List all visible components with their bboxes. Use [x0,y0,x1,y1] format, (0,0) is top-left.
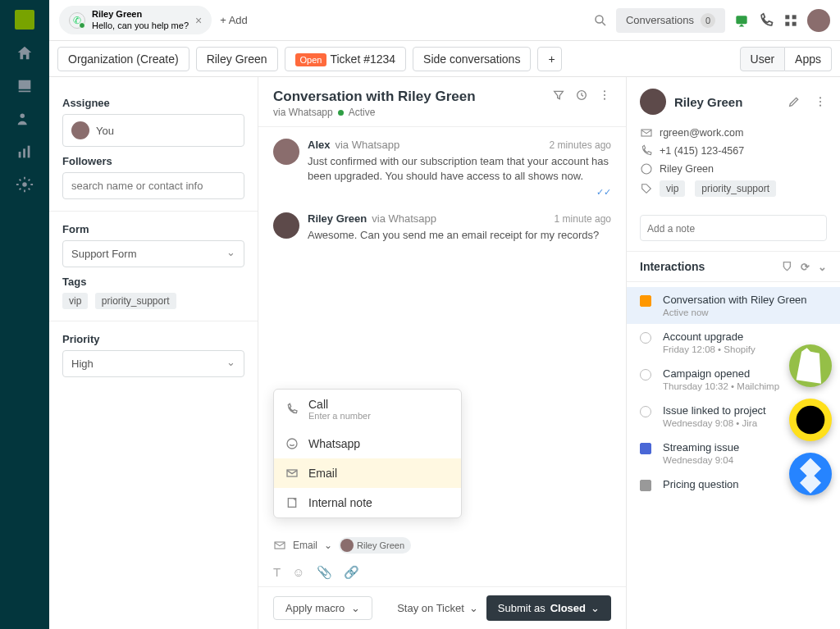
svg-rect-18 [275,542,285,549]
app-logo [15,10,34,30]
whatsapp-icon: ✆ [69,12,85,29]
chevron-down-icon[interactable]: ⌄ [324,540,332,551]
call-icon [285,403,299,416]
text-format-icon[interactable]: T [273,565,281,580]
tab-side-conversations[interactable]: Side conversations [413,47,531,71]
timeline-item[interactable]: Conversation with Riley GreenActive now [627,287,840,324]
followers-search[interactable] [71,180,235,192]
compose-channel[interactable]: Email [293,540,317,551]
customer-avatar [640,89,666,115]
svg-point-14 [604,98,605,100]
recipient-avatar [340,539,354,552]
inbox-icon[interactable] [16,77,34,95]
add-tab-button[interactable]: + Add [220,14,248,26]
context-tabs: Organization (Create) Riley Green OpenTi… [49,41,840,77]
submit-button[interactable]: Submit as Closed ⌄ [486,595,611,621]
tag-chip[interactable]: vip [62,293,88,309]
emoji-icon[interactable]: ☺ [292,565,304,580]
floating-app-launchers [789,344,832,495]
chevron-down-icon[interactable]: ⌄ [818,261,827,273]
conversations-label: Conversations [626,14,694,26]
conversations-chip[interactable]: Conversations 0 [616,8,725,33]
shopify-fab[interactable] [789,344,832,387]
add-context-tab[interactable]: + [537,47,562,71]
svg-rect-10 [792,21,797,25]
mailchimp-fab[interactable] [789,399,832,441]
home-icon[interactable] [16,44,34,62]
channel-option-note[interactable]: Internal note [274,488,461,517]
assignee-avatar [71,121,89,139]
interactions-heading: Interactions [640,260,705,273]
channel-picker-popup: CallEnter a number Whatsapp Email Intern… [273,389,462,518]
edit-icon[interactable] [788,95,801,108]
active-ticket-tab[interactable]: ✆ Riley Green Hello, can you help me? × [59,6,212,34]
settings-icon[interactable] [16,175,34,194]
channel-option-whatsapp[interactable]: Whatsapp [274,429,461,458]
tab-apps[interactable]: Apps [785,47,832,71]
search-icon[interactable] [593,13,608,28]
svg-rect-7 [785,15,789,19]
form-select[interactable]: Support Form [62,240,244,267]
message-item: Alex via Whatsapp 2 minutes ago Just con… [273,139,611,198]
more-icon[interactable] [598,89,611,102]
apps-grid-icon[interactable] [783,12,799,29]
status-dot-icon [338,110,344,116]
tab-title: Riley Green [92,9,189,20]
tab-organization[interactable]: Organization (Create) [57,47,189,71]
message-item: Riley Green via Whatsapp 1 minute ago Aw… [273,212,611,243]
tag-chip[interactable]: priority_support [95,293,176,309]
svg-point-23 [641,164,651,174]
attachment-icon[interactable]: 📎 [317,565,332,580]
tab-customer[interactable]: Riley Green [196,47,278,71]
reports-icon[interactable] [16,143,34,161]
email-icon [640,126,653,139]
add-note-field[interactable] [640,215,827,241]
tab-ticket[interactable]: OpenTicket #1234 [285,47,407,71]
channel-option-email[interactable]: Email [274,458,461,488]
conversation-panel: Conversation with Riley Green via Whatsa… [258,77,627,629]
tag-chip[interactable]: priority_support [695,180,776,197]
chat-status-icon[interactable] [733,12,750,29]
tag-chip[interactable]: vip [660,180,685,197]
svg-point-21 [819,105,821,107]
conversation-status: Active [349,107,376,118]
tab-user[interactable]: User [740,47,786,71]
customer-name: Riley Green [674,95,742,109]
whatsapp-icon [285,437,299,450]
chevron-down-icon: ⌄ [591,602,600,614]
followers-input[interactable] [62,172,244,199]
link-icon[interactable]: 🔗 [344,565,359,580]
filter-icon[interactable]: ⛉ [782,261,792,273]
svg-point-13 [604,94,605,96]
tab-preview: Hello, can you help me? [92,21,189,31]
apply-macro-button[interactable]: Apply macro⌄ [273,596,372,620]
jira-fab[interactable] [789,453,832,495]
history-icon[interactable] [575,89,588,102]
assignee-field[interactable]: You [62,114,244,147]
priority-select[interactable]: High [62,350,244,377]
user-avatar[interactable] [807,9,830,32]
customer-whatsapp[interactable]: Riley Green [660,163,714,175]
conversation-via: via Whatsapp [273,107,333,118]
svg-point-15 [287,439,297,449]
priority-label: Priority [62,333,244,345]
recipient-chip[interactable]: Riley Green [339,537,411,554]
svg-rect-8 [792,15,797,19]
nav-rail [0,0,49,629]
tags-field[interactable]: vip priority_support [62,293,244,309]
refresh-icon[interactable]: ⟳ [801,261,810,273]
customer-email[interactable]: rgreen@work.com [660,127,743,139]
topbar: ✆ Riley Green Hello, can you help me? × … [49,0,840,41]
customer-phone[interactable]: +1 (415) 123-4567 [660,145,744,157]
stay-on-ticket-button[interactable]: Stay on Ticket⌄ [397,602,478,614]
close-icon[interactable]: × [195,14,202,27]
email-icon [273,539,286,552]
phone-icon[interactable] [758,12,774,29]
customers-icon[interactable] [16,110,34,128]
more-icon[interactable] [814,95,827,108]
filter-icon[interactable] [552,89,565,102]
channel-option-call[interactable]: CallEnter a number [274,390,461,429]
svg-rect-2 [23,148,25,157]
svg-rect-1 [19,152,21,157]
svg-point-24 [797,406,825,435]
